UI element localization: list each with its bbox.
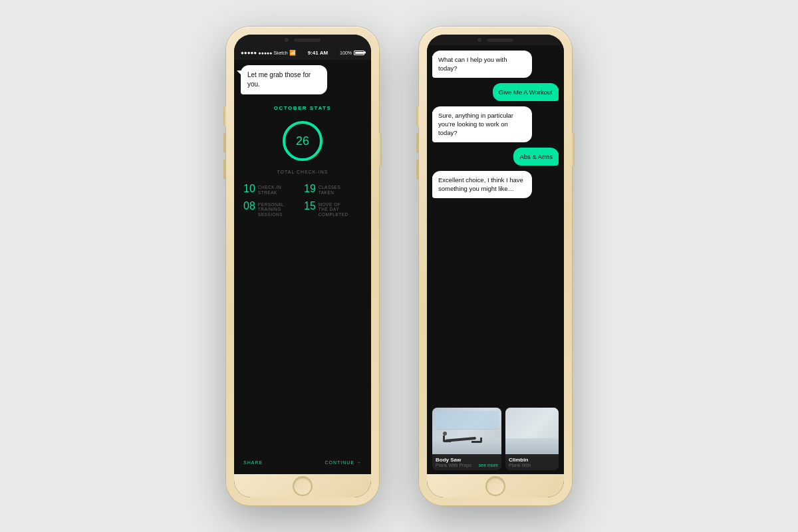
message-text-2: Give Me A Workout	[499, 88, 553, 96]
home-button[interactable]	[293, 476, 313, 496]
workout-card-1-title: Body Saw	[436, 457, 498, 463]
message-received-1: What can I help you with today?	[432, 51, 532, 78]
home-button-2[interactable]	[485, 476, 505, 496]
messages-area: What can I help you with today? Give Me …	[432, 51, 559, 402]
workout-card-2-image	[505, 408, 559, 454]
stat-label-checkin: CHECK-INSTREAK	[258, 185, 281, 196]
stat-label-classes: CLASSESTAKEN	[319, 185, 341, 196]
stat-item-training: 08 PERSONALTRAININGSESSIONS	[243, 201, 301, 217]
stats-section: OCTOBER STATS 26 TOTAL CHECK-INS 10 CHEC…	[241, 102, 364, 456]
message-sent-1: Give Me A Workout	[493, 83, 559, 101]
message-text-4: Abs & Arms	[519, 153, 553, 160]
total-checkins-label: TOTAL CHECK-INS	[277, 170, 328, 174]
window-background	[436, 411, 498, 430]
battery-info: 100%	[340, 51, 364, 55]
stat-item-classes: 19 CLASSESTAKEN	[304, 184, 362, 196]
phone-2: What can I help you with today? Give Me …	[419, 27, 572, 505]
message-text-1: What can I help you with today?	[438, 56, 507, 72]
stat-number-classes: 19	[304, 184, 316, 194]
speaker-icon	[294, 39, 321, 42]
chat-bubble-text: Let me grab those for you.	[247, 71, 311, 88]
workout-card-1-image	[432, 408, 501, 454]
phone-2-content: What can I help you with today? Give Me …	[427, 45, 564, 474]
checkin-circle: 26	[279, 118, 326, 164]
stat-label-moveofday: MOVE OFTHE DAYCOMPLETED	[319, 202, 348, 217]
battery-icon	[354, 51, 364, 55]
workout-card-2-subtitle-text: Plank With	[509, 463, 531, 467]
carrier-info: ●●●●● ●●●●● Sketch 📶	[241, 50, 296, 56]
home-button-area	[234, 474, 371, 497]
phone-2-frame: What can I help you with today? Give Me …	[427, 35, 564, 497]
signal-dots: ●●●●●	[241, 50, 257, 56]
carrier-label: ●●●●● Sketch	[258, 51, 288, 55]
stat-item-moveofday: 15 MOVE OFTHE DAYCOMPLETED	[304, 201, 362, 217]
stats-grid: 10 CHECK-INSTREAK 19 CLASSESTAKEN 08 PER…	[241, 184, 364, 217]
workout-card-1-info: Body Saw Plank With Props see more	[432, 454, 501, 470]
workout-card-1-subtitle: Plank With Props see more	[436, 463, 498, 467]
speaker-icon-2	[487, 39, 513, 42]
phone-1-frame: ●●●●● ●●●●● Sketch 📶 9:41 AM 100% Let me…	[234, 35, 371, 497]
workout-card-2-subtitle: Plank With	[509, 463, 555, 467]
message-received-3: Excellent choice, I think I have somethi…	[432, 171, 532, 198]
phone-1: ●●●●● ●●●●● Sketch 📶 9:41 AM 100% Let me…	[226, 27, 379, 505]
front-camera-icon-2	[477, 38, 481, 42]
see-more-link[interactable]: see more	[479, 463, 498, 467]
message-text-5: Excellent choice, I think I have somethi…	[438, 176, 523, 192]
stats-title: OCTOBER STATS	[274, 105, 332, 111]
exercise-visual-2	[505, 408, 559, 454]
front-camera-icon	[285, 38, 289, 42]
home-button-area-2	[427, 474, 564, 497]
phone-1-content: Let me grab those for you. OCTOBER STATS…	[234, 60, 371, 474]
wifi-icon: 📶	[289, 50, 296, 56]
workout-card-1-subtitle-text: Plank With Props	[436, 463, 471, 467]
stat-number-checkin: 10	[243, 184, 255, 194]
workout-card-2[interactable]: Climbin Plank With	[505, 408, 559, 470]
workout-cards-row: Body Saw Plank With Props see more	[432, 408, 559, 470]
person-figure	[443, 433, 484, 442]
workout-card-2-title: Climbin	[509, 457, 555, 463]
circle-number: 26	[296, 134, 309, 148]
message-received-2: Sure, anything in particular you're look…	[432, 106, 532, 142]
status-bar-1: ●●●●● ●●●●● Sketch 📶 9:41 AM 100%	[234, 45, 371, 60]
stat-number-moveofday: 15	[304, 201, 316, 211]
person-legs	[471, 438, 482, 443]
workout-card-2-info: Climbin Plank With	[505, 454, 559, 470]
message-text-3: Sure, anything in particular you're look…	[438, 112, 513, 137]
workout-card-1[interactable]: Body Saw Plank With Props see more	[432, 408, 501, 470]
message-sent-2: Abs & Arms	[513, 148, 559, 166]
chat-bubble-received: Let me grab those for you.	[241, 65, 327, 94]
phone-1-footer: SHARE CONTINUE →	[241, 456, 364, 469]
phone-2-notch	[427, 35, 564, 45]
stat-number-training: 08	[243, 201, 255, 211]
time-display: 9:41 AM	[308, 50, 328, 56]
stat-label-training: PERSONALTRAININGSESSIONS	[258, 202, 284, 217]
floor-surface-2	[505, 438, 559, 455]
share-button[interactable]: SHARE	[243, 460, 263, 465]
continue-button[interactable]: CONTINUE →	[325, 460, 362, 465]
phone-1-notch	[234, 35, 371, 45]
exercise-visual-1	[432, 408, 501, 454]
battery-percent: 100%	[340, 51, 352, 55]
stat-item-checkin-streak: 10 CHECK-INSTREAK	[243, 184, 301, 196]
